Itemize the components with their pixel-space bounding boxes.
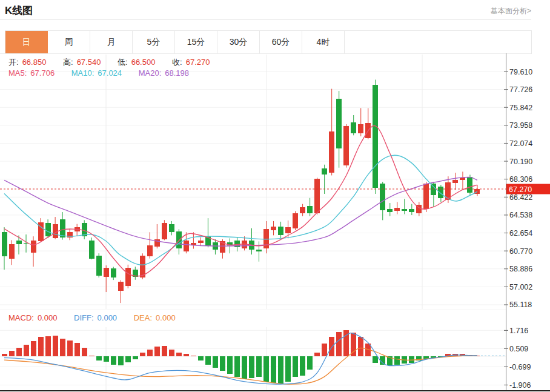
open-label: 开:	[8, 58, 19, 67]
ohlc-readout: 开:66.850 高:67.540 低:66.500 收:67.270	[8, 57, 213, 68]
price-axis-tick: 75.842	[509, 104, 532, 112]
ma5-line-group	[4, 125, 477, 276]
dea-label: DEA:	[134, 313, 152, 322]
ma20-value: 68.198	[165, 68, 189, 78]
price-axis-labels: 79.61077.72675.84273.95872.07470.19068.3…	[504, 68, 532, 390]
price-axis-tick: 57.002	[509, 283, 532, 291]
diff-label: DIFF:	[74, 313, 94, 322]
ma20-label: MA20:	[139, 68, 162, 78]
close-label: 收:	[172, 58, 182, 67]
axes	[0, 53, 550, 391]
macd-axis-tick: -1.906	[509, 381, 531, 390]
price-axis-tick: 77.726	[509, 85, 532, 94]
ma-readout: MA5:67.706 MA10:67.024 MA20:68.198	[8, 68, 193, 78]
price-axis-tick: 70.190	[509, 158, 532, 166]
macd-label: MACD:	[8, 313, 34, 322]
price-axis-tick: 66.422	[509, 193, 532, 202]
current-price-tag-label: 67.270	[509, 185, 532, 194]
price-axis-tick: 68.306	[509, 175, 532, 184]
ma5-label: MA5:	[8, 68, 27, 78]
kline-page: K线图 基本面分析> 日周月5分15分30分60分4时 79.61077.726…	[0, 0, 550, 392]
macd-axis-tick: 1.716	[509, 327, 528, 335]
price-axis-tick: 55.118	[509, 301, 532, 309]
price-axis-tick: 60.770	[509, 247, 532, 256]
dea-value: 0.000	[156, 313, 176, 322]
price-axis-tick: 62.654	[509, 229, 532, 238]
price-axis-tick: 64.538	[509, 211, 532, 219]
ma5-value: 67.706	[30, 68, 55, 78]
price-axis-tick: 79.610	[509, 68, 532, 76]
ma5-line	[4, 125, 477, 276]
high-value: 67.540	[77, 58, 101, 67]
macd-axis-tick: 0.509	[509, 345, 528, 353]
macd-histogram	[2, 330, 480, 384]
open-value: 66.850	[22, 58, 47, 67]
candles	[2, 80, 480, 304]
price-axis-tick: 58.886	[509, 265, 532, 273]
low-value: 66.500	[131, 58, 156, 67]
ma10-label: MA10:	[71, 68, 94, 78]
price-axis-tick: 72.074	[509, 139, 532, 148]
ma10-value: 67.024	[98, 68, 122, 78]
low-label: 低:	[118, 58, 128, 67]
macd-axis-tick: -0.699	[509, 363, 531, 371]
macd-value: 0.000	[38, 313, 58, 322]
gridlines	[0, 55, 506, 390]
diff-value: 0.000	[98, 313, 118, 322]
price-axis-tick: 73.958	[509, 121, 532, 130]
current-price-tag: 67.270	[506, 184, 550, 194]
close-value: 67.270	[186, 58, 210, 67]
high-label: 高:	[63, 58, 73, 67]
macd-readout: MACD:0.000 DIFF:0.000 DEA:0.000	[8, 313, 179, 322]
